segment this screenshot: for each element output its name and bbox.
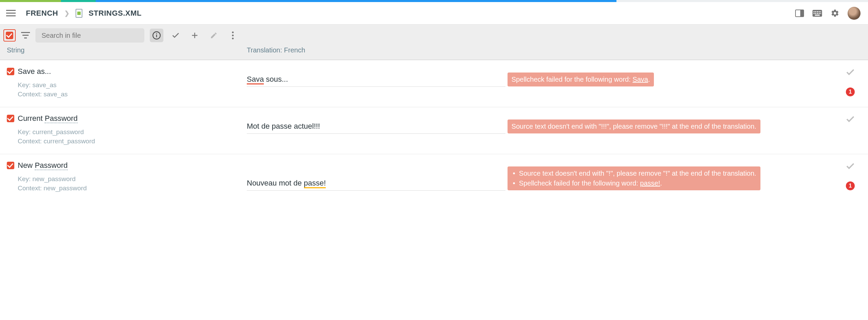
table-row[interactable]: New Password Key: new_password Context: … [0, 154, 868, 201]
file-icon [76, 9, 82, 18]
translation-text[interactable]: Sava sous... [247, 75, 505, 87]
svg-rect-6 [819, 11, 820, 12]
translation-text[interactable]: Nouveau mot de passe! [247, 179, 505, 191]
approve-button[interactable] [845, 67, 855, 77]
issue-badge[interactable]: 1 [846, 87, 855, 96]
issue-badge[interactable]: 1 [846, 181, 855, 190]
column-header-translation: Translation: French [247, 46, 861, 54]
gear-icon[interactable] [830, 8, 840, 18]
svg-rect-1 [800, 10, 804, 17]
string-meta: Key: new_password Context: new_password [18, 175, 247, 193]
qa-warning: Source text doesn't end with "!!!", plea… [508, 119, 760, 133]
search-input[interactable] [35, 28, 144, 43]
svg-rect-5 [817, 11, 818, 12]
svg-rect-3 [814, 11, 815, 12]
translation-text[interactable]: Mot de passe actuel!!! [247, 122, 505, 134]
source-text: Save as... [18, 67, 247, 76]
table-row[interactable]: Save as... Key: save_as Context: save_as… [0, 60, 868, 107]
avatar[interactable] [848, 7, 861, 20]
svg-rect-11 [819, 13, 820, 14]
svg-rect-4 [815, 11, 816, 12]
source-text: Current Password [18, 114, 247, 123]
svg-rect-19 [156, 33, 157, 34]
keyboard-icon[interactable] [812, 8, 822, 18]
svg-rect-18 [156, 35, 157, 37]
svg-point-21 [232, 35, 234, 36]
qa-warning: Spellcheck failed for the following word… [508, 73, 654, 86]
toolbar: String Translation: French [0, 25, 868, 60]
svg-rect-9 [815, 13, 816, 14]
source-text: New Password [18, 161, 247, 170]
filter-icon[interactable] [21, 32, 30, 39]
svg-rect-14 [21, 32, 30, 33]
svg-rect-15 [22, 35, 29, 36]
info-icon[interactable] [150, 29, 163, 42]
approve-button[interactable] [845, 161, 855, 171]
svg-rect-12 [820, 13, 821, 14]
strings-list: Save as... Key: save_as Context: save_as… [0, 60, 868, 201]
string-meta: Key: save_as Context: save_as [18, 81, 247, 99]
row-checkbox[interactable] [7, 68, 14, 75]
menu-icon[interactable] [6, 9, 16, 18]
progress-bar [0, 0, 868, 2]
panel-toggle-icon[interactable] [794, 8, 805, 18]
breadcrumb: FRENCH ❯ STRINGS.XML [26, 9, 142, 18]
chevron-right-icon: ❯ [64, 10, 70, 17]
svg-rect-16 [24, 37, 27, 38]
svg-rect-10 [817, 13, 818, 14]
svg-rect-8 [814, 13, 815, 14]
svg-rect-7 [820, 11, 821, 12]
row-checkbox[interactable] [7, 162, 14, 169]
column-header-string: String [7, 46, 247, 54]
breadcrumb-language[interactable]: FRENCH [26, 9, 58, 18]
row-checkbox[interactable] [7, 115, 14, 122]
qa-warning: Source text doesn't end with "!", please… [508, 166, 760, 190]
more-icon[interactable] [226, 29, 240, 42]
svg-rect-13 [815, 15, 820, 16]
edit-icon[interactable] [207, 29, 221, 42]
table-row[interactable]: Current Password Key: current_password C… [0, 107, 868, 154]
select-all-checkbox[interactable] [3, 29, 16, 42]
approve-button[interactable] [845, 114, 855, 124]
topbar: FRENCH ❯ STRINGS.XML [0, 2, 868, 25]
search-input-field[interactable] [41, 31, 139, 40]
svg-point-22 [232, 38, 234, 39]
string-meta: Key: current_password Context: current_p… [18, 128, 247, 146]
svg-point-20 [232, 32, 234, 33]
approve-icon[interactable] [169, 29, 182, 42]
breadcrumb-file[interactable]: STRINGS.XML [89, 9, 142, 18]
plus-icon[interactable] [188, 29, 202, 42]
